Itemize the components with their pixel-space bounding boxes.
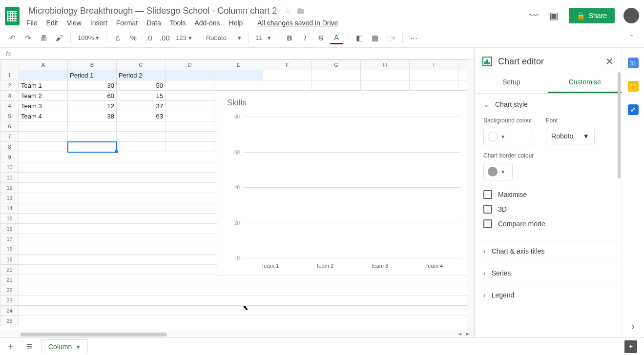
menu-view[interactable]: View <box>67 19 82 27</box>
row-header[interactable]: 16 <box>0 224 19 234</box>
more-formats-button[interactable]: 123▾ <box>174 32 194 44</box>
paint-format-button[interactable]: 🖌 <box>53 32 65 44</box>
menu-addons[interactable]: Add-ons <box>194 19 220 27</box>
menu-tools[interactable]: Tools <box>170 19 186 27</box>
cell[interactable] <box>68 132 117 142</box>
row-header[interactable]: 15 <box>0 214 19 224</box>
more-tools-button[interactable]: ⋯ <box>408 32 420 44</box>
border-colour-picker[interactable]: ▼ <box>483 163 513 180</box>
row-header[interactable]: 8 <box>0 142 19 152</box>
tab-setup[interactable]: Setup <box>475 72 548 93</box>
row-header[interactable]: 17 <box>0 234 19 244</box>
cell[interactable]: 30 <box>68 80 117 91</box>
cell[interactable]: 60 <box>68 91 117 101</box>
zoom-select[interactable]: 100%▾ <box>76 32 101 44</box>
document-title[interactable]: Microbiology Breakthrough — Slidesgo Sch… <box>26 5 279 17</box>
section-legend-toggle[interactable]: ›Legend <box>475 284 622 306</box>
cell[interactable] <box>361 70 410 80</box>
col-header[interactable]: G <box>312 60 361 70</box>
row-header[interactable]: 13 <box>0 193 19 203</box>
col-header[interactable]: F <box>263 60 312 70</box>
cell[interactable] <box>68 121 117 132</box>
row-header[interactable]: 11 <box>0 173 19 183</box>
cell[interactable] <box>166 91 214 101</box>
bold-button[interactable]: B <box>283 32 296 44</box>
sheets-logo-icon[interactable] <box>5 7 20 25</box>
cell[interactable] <box>263 80 312 91</box>
cell[interactable] <box>214 70 263 80</box>
scroll-thumb[interactable] <box>21 333 167 336</box>
section-series-toggle[interactable]: ›Series <box>475 262 622 284</box>
cell[interactable]: Period 2 <box>117 70 166 80</box>
row-header[interactable]: 3 <box>0 91 19 101</box>
cell[interactable] <box>19 132 68 142</box>
calendar-icon[interactable]: 31 <box>628 58 639 68</box>
cell[interactable] <box>166 142 214 152</box>
col-header[interactable]: H <box>361 60 410 70</box>
col-header[interactable]: C <box>117 60 166 70</box>
percent-button[interactable]: % <box>127 32 140 44</box>
currency-button[interactable]: £ <box>111 32 124 44</box>
font-family-select[interactable]: Roboto▾ <box>204 32 243 44</box>
three-d-checkbox[interactable]: 3D <box>483 202 613 217</box>
cell[interactable] <box>117 142 166 152</box>
decrease-decimal-button[interactable]: .0 <box>143 32 155 44</box>
close-panel-button[interactable]: ✕ <box>605 56 614 67</box>
cell[interactable]: Team 2 <box>19 91 68 101</box>
cell[interactable] <box>19 285 468 296</box>
cell[interactable] <box>166 80 214 91</box>
cell[interactable] <box>263 70 312 80</box>
cell[interactable]: 15 <box>117 91 166 101</box>
print-button[interactable]: 🖶 <box>37 32 50 44</box>
row-header[interactable]: 12 <box>0 183 19 193</box>
share-button[interactable]: 🔒 Share <box>569 8 615 23</box>
cell[interactable] <box>19 70 68 80</box>
embedded-chart[interactable]: Skills 020406080 Team 1Team 2Team 3Team … <box>217 91 468 276</box>
row-header[interactable]: 24 <box>0 306 19 316</box>
keep-icon[interactable]: ◯ <box>628 81 639 92</box>
italic-button[interactable]: I <box>299 32 312 44</box>
row-header[interactable]: 7 <box>0 132 19 142</box>
cell[interactable] <box>166 132 214 142</box>
comments-icon[interactable]: ▣ <box>548 10 560 21</box>
cell[interactable] <box>214 80 263 91</box>
show-side-panel-button[interactable]: › <box>632 321 635 332</box>
tasks-icon[interactable]: ✔ <box>628 104 639 115</box>
fill-color-button[interactable]: ◧ <box>353 32 366 44</box>
row-header[interactable]: 9 <box>0 152 19 162</box>
cell[interactable]: Team 1 <box>19 80 68 91</box>
cell[interactable] <box>166 111 214 121</box>
cell[interactable] <box>117 121 166 132</box>
horizontal-scrollbar[interactable]: ◄ ► <box>0 331 474 337</box>
row-header[interactable]: 1 <box>0 70 19 80</box>
cell[interactable] <box>19 142 68 152</box>
row-header[interactable]: 5 <box>0 111 19 121</box>
row-header[interactable]: 6 <box>0 121 19 132</box>
menu-data[interactable]: Data <box>146 19 161 27</box>
menu-format[interactable]: Format <box>116 19 138 27</box>
redo-button[interactable]: ↷ <box>21 32 34 44</box>
row-header[interactable]: 2 <box>0 80 19 91</box>
row-header[interactable]: 22 <box>0 285 19 296</box>
active-cell[interactable] <box>68 142 117 152</box>
row-header[interactable]: 20 <box>0 265 19 275</box>
cell[interactable] <box>166 121 214 132</box>
cell[interactable] <box>410 70 458 80</box>
menu-edit[interactable]: Edit <box>46 19 58 27</box>
star-icon[interactable]: ☆ <box>284 5 291 16</box>
cell[interactable] <box>19 275 468 285</box>
cell[interactable] <box>312 70 361 80</box>
cell[interactable]: 38 <box>68 111 117 121</box>
text-color-button[interactable]: A <box>330 32 343 44</box>
saved-status-link[interactable]: All changes saved in Drive <box>257 19 338 27</box>
cell[interactable]: 37 <box>117 101 166 111</box>
menu-insert[interactable]: Insert <box>90 19 107 27</box>
cell[interactable]: 63 <box>117 111 166 121</box>
row-header[interactable]: 4 <box>0 101 19 111</box>
col-header[interactable]: B <box>68 60 117 70</box>
add-sheet-button[interactable]: ＋ <box>4 340 18 353</box>
row-header[interactable]: 23 <box>0 296 19 306</box>
all-sheets-button[interactable]: ≡ <box>22 341 36 352</box>
increase-decimal-button[interactable]: .00 <box>158 32 171 44</box>
explore-button[interactable]: ✦ <box>624 340 637 353</box>
